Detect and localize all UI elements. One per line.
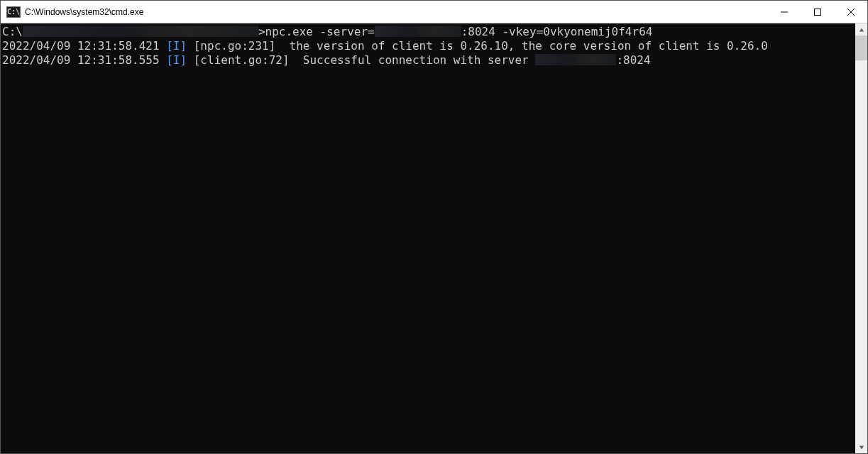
svg-marker-4: [859, 28, 863, 31]
scroll-up-button[interactable]: [855, 23, 867, 36]
scroll-down-button[interactable]: [855, 441, 867, 453]
terminal-line: C:\>npc.exe -server=:8024 -vkey=0vkyonem…: [2, 25, 855, 39]
terminal-line: 2022/04/09 12:31:58.421 [I] [npc.go:231]…: [2, 39, 855, 53]
svg-marker-5: [859, 445, 863, 449]
log-level-tag: [I]: [166, 53, 187, 67]
terminal-output[interactable]: C:\>npc.exe -server=:8024 -vkey=0vkyonem…: [1, 23, 855, 453]
content-area: C:\>npc.exe -server=:8024 -vkey=0vkyonem…: [1, 23, 867, 453]
app-icon: C:\: [6, 6, 21, 18]
terminal-line: 2022/04/09 12:31:58.555 [I] [client.go:7…: [2, 53, 855, 67]
minimize-button[interactable]: [767, 1, 801, 23]
close-button[interactable]: [834, 1, 867, 23]
vertical-scrollbar[interactable]: [855, 23, 867, 453]
scroll-track[interactable]: [855, 36, 867, 441]
title-bar[interactable]: C:\ C:\Windows\system32\cmd.exe: [1, 1, 867, 23]
redacted-path: [23, 26, 258, 37]
redacted-ip: [375, 26, 461, 37]
maximize-button[interactable]: [801, 1, 834, 23]
svg-rect-1: [814, 9, 820, 15]
cmd-window: C:\ C:\Windows\system32\cmd.exe C:\>npc.…: [0, 0, 868, 454]
log-level-tag: [I]: [166, 39, 187, 53]
scroll-thumb[interactable]: [855, 36, 867, 60]
redacted-ip: [535, 54, 616, 65]
window-title: C:\Windows\system32\cmd.exe: [25, 7, 143, 17]
